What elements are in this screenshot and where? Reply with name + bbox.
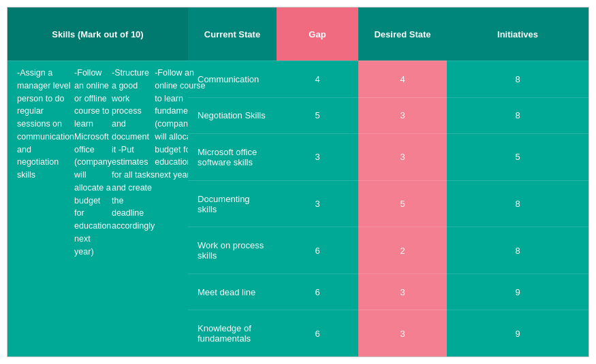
skill-name: Negotiation Skills (188, 97, 277, 134)
header-gap: Gap (277, 7, 358, 61)
desired-state-value: 5 (447, 133, 589, 180)
initiatives-content: -Assign a manager level person to do reg… (7, 61, 188, 357)
desired-state-value: 9 (447, 310, 589, 357)
skill-name: Meet dead line (188, 274, 277, 310)
desired-state-value: 8 (447, 97, 589, 134)
skill-name: Documenting skills (188, 180, 277, 227)
current-state-value: 3 (277, 133, 358, 180)
desired-state-value: 8 (447, 61, 589, 97)
desired-state-value: 8 (447, 180, 589, 227)
current-state-value: 6 (277, 310, 358, 357)
skill-name: Knowledge of fundamentals (188, 310, 277, 357)
skill-name: Work on process skills (188, 227, 277, 274)
desired-state-value: 8 (447, 227, 589, 274)
current-state-value: 5 (277, 97, 358, 134)
current-state-value: 6 (277, 227, 358, 274)
table-grid: Skills (Mark out of 10) Current State Ga… (7, 7, 589, 357)
skills-table: Skills (Mark out of 10) Current State Ga… (7, 7, 589, 357)
header-skills: Skills (Mark out of 10) (7, 7, 188, 61)
header-initiatives: Initiatives (447, 7, 589, 61)
gap-value: 3 (358, 97, 447, 134)
gap-value: 3 (358, 274, 447, 310)
desired-state-value: 9 (447, 274, 589, 310)
header-current-state: Current State (188, 7, 277, 61)
skill-name: Microsoft office software skills (188, 133, 277, 180)
current-state-value: 3 (277, 180, 358, 227)
gap-value: 3 (358, 310, 447, 357)
gap-value: 5 (358, 180, 447, 227)
gap-value: 3 (358, 133, 447, 180)
gap-value: 2 (358, 227, 447, 274)
current-state-value: 6 (277, 274, 358, 310)
current-state-value: 4 (277, 61, 358, 97)
gap-value: 4 (358, 61, 447, 97)
header-desired-state: Desired State (358, 7, 447, 61)
